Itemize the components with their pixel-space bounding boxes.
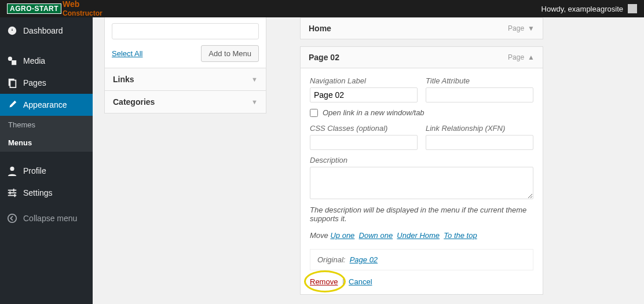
chevron-up-icon: ▲ <box>528 53 535 61</box>
site-logo[interactable]: AGRO-START Web Constructor <box>7 0 103 17</box>
css-classes-input[interactable] <box>310 135 418 150</box>
sidebar-item-label: Dashboard <box>23 26 63 35</box>
pages-search-input[interactable] <box>112 23 259 39</box>
svg-rect-7 <box>8 192 16 193</box>
sidebar-item-profile[interactable]: Profile <box>0 160 93 182</box>
cancel-link[interactable]: Cancel <box>349 277 372 286</box>
content-area: Select All Add to Menu Links ▼ Categorie… <box>93 17 644 304</box>
remove-link[interactable]: Remove <box>310 277 338 286</box>
menu-item-title: Home <box>309 24 331 33</box>
sidebar-item-label: Appearance <box>23 100 67 109</box>
account-menu[interactable]: Howdy, exampleagrosite <box>541 4 637 13</box>
svg-rect-6 <box>8 190 16 191</box>
menu-item-type: Page <box>508 24 524 32</box>
collapse-menu[interactable]: Collapse menu <box>0 207 93 229</box>
sidebar-item-pages[interactable]: Pages <box>0 72 93 94</box>
sidebar-item-dashboard[interactable]: Dashboard <box>0 20 93 42</box>
links-metabox-header[interactable]: Links ▼ <box>104 68 266 91</box>
menu-item-title: Page 02 <box>309 53 339 62</box>
logo-secondary: Web Constructor <box>63 0 103 17</box>
nav-label-label: Navigation Label <box>310 76 418 85</box>
sidebar-item-label: Profile <box>23 166 46 175</box>
move-up-one-link[interactable]: Up one <box>330 231 354 240</box>
menu-item-type: Page <box>508 53 524 61</box>
select-all-link[interactable]: Select All <box>112 49 142 58</box>
svg-rect-10 <box>10 191 11 194</box>
howdy-text: Howdy, exampleagrosite <box>541 5 623 13</box>
xfn-label: Link Relationship (XFN) <box>426 124 533 133</box>
description-textarea[interactable] <box>310 167 533 199</box>
add-to-menu-button[interactable]: Add to Menu <box>201 45 259 62</box>
collapse-icon <box>7 213 17 224</box>
svg-point-5 <box>10 167 14 171</box>
menu-item-page02[interactable]: Page 02 Page ▲ <box>300 46 543 68</box>
original-label: Original: <box>317 255 345 264</box>
sidebar-sub-menus[interactable]: Menus <box>0 134 93 152</box>
metabox-title: Links <box>113 75 134 84</box>
categories-metabox-header[interactable]: Categories ▼ <box>104 91 266 113</box>
admin-sidebar: Dashboard Media Pages Appearance Themes … <box>0 17 93 304</box>
move-under-home-link[interactable]: Under Home <box>397 231 440 240</box>
move-down-one-link[interactable]: Down one <box>359 231 393 240</box>
sidebar-item-label: Settings <box>23 188 53 197</box>
collapse-label: Collapse menu <box>23 214 77 223</box>
original-link[interactable]: Page 02 <box>350 255 378 264</box>
title-attr-label: Title Attribute <box>426 76 533 85</box>
sidebar-item-label: Media <box>23 56 45 65</box>
pages-icon <box>7 78 17 88</box>
settings-icon <box>7 188 17 198</box>
menu-item-home[interactable]: Home Page ▼ <box>300 17 543 39</box>
open-new-tab-checkbox[interactable] <box>310 109 318 117</box>
nav-label-input[interactable] <box>310 87 418 102</box>
svg-rect-11 <box>14 194 16 197</box>
svg-rect-3 <box>10 80 16 88</box>
user-icon <box>7 166 17 176</box>
menu-item-settings: Navigation Label Title Attribute Open li… <box>300 68 543 295</box>
description-label: Description <box>310 156 533 164</box>
move-label: Move <box>310 231 328 240</box>
brush-icon <box>7 100 17 110</box>
title-attr-input[interactable] <box>426 87 533 102</box>
chevron-down-icon: ▼ <box>528 24 535 32</box>
pages-metabox: Select All Add to Menu <box>104 17 266 68</box>
logo-primary: AGRO-START <box>7 3 61 14</box>
original-box: Original: Page 02 <box>310 249 533 270</box>
separator: | <box>342 277 344 286</box>
sidebar-sub-themes[interactable]: Themes <box>0 116 93 134</box>
sidebar-item-appearance[interactable]: Appearance <box>0 94 93 116</box>
description-hint: The description will be displayed in the… <box>310 206 533 223</box>
metabox-title: Categories <box>113 97 155 107</box>
svg-rect-9 <box>13 189 14 192</box>
chevron-down-icon: ▼ <box>251 98 258 105</box>
css-classes-label: CSS Classes (optional) <box>310 124 418 133</box>
item-actions: Remove | Cancel <box>310 277 533 286</box>
chevron-down-icon: ▼ <box>251 76 258 83</box>
avatar-icon <box>628 4 637 13</box>
svg-point-12 <box>8 214 16 222</box>
add-items-panel: Select All Add to Menu Links ▼ Categorie… <box>104 17 266 295</box>
xfn-input[interactable] <box>426 135 533 150</box>
move-to-top-link[interactable]: To the top <box>444 231 477 240</box>
move-row: Move Up one Down one Under Home To the t… <box>310 231 533 240</box>
svg-point-0 <box>8 57 12 61</box>
sidebar-item-media[interactable]: Media <box>0 50 93 72</box>
admin-toolbar: AGRO-START Web Constructor Howdy, exampl… <box>0 0 644 17</box>
menu-structure-panel: Home Page ▼ Page 02 Page ▲ <box>300 17 543 295</box>
sidebar-item-settings[interactable]: Settings <box>0 182 93 204</box>
open-new-tab-label: Open link in a new window/tab <box>323 108 425 117</box>
media-icon <box>7 56 17 66</box>
sidebar-item-label: Pages <box>23 78 46 87</box>
svg-rect-1 <box>12 60 16 65</box>
gauge-icon <box>7 25 17 36</box>
